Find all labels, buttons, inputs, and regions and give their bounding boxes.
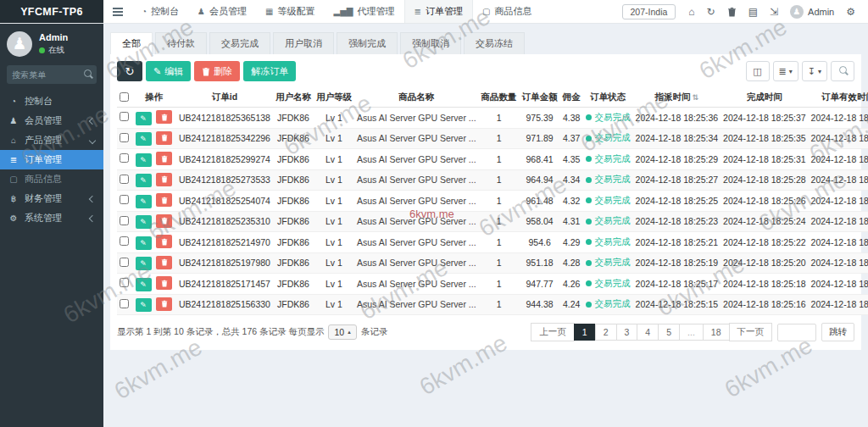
row-edit-button[interactable]: ✎: [136, 112, 152, 125]
gear-icon[interactable]: ⚙: [840, 0, 861, 24]
row-edit-button[interactable]: ✎: [136, 153, 152, 167]
column-header[interactable]: 订单id: [176, 88, 273, 108]
prev-page-button[interactable]: 上一页: [531, 323, 575, 341]
column-header[interactable]: 操作: [131, 88, 176, 108]
column-header[interactable]: 佣金: [560, 88, 583, 108]
order-status: 交易完成: [583, 108, 633, 129]
row-delete-button[interactable]: [156, 297, 172, 311]
status-tab[interactable]: 强制完成: [337, 32, 398, 54]
row-delete-button[interactable]: [156, 235, 172, 248]
row-edit-button[interactable]: ✎: [136, 298, 152, 312]
row-checkbox[interactable]: [120, 112, 129, 121]
nav-item[interactable]: ♟ 会员管理: [188, 0, 256, 23]
row-checkbox[interactable]: [120, 236, 129, 246]
refresh-icon[interactable]: ↻: [701, 0, 721, 24]
columns-button[interactable]: ≣▾: [773, 61, 798, 81]
column-header[interactable]: 完成时间: [721, 88, 809, 108]
row-delete-button[interactable]: [156, 173, 172, 186]
status-tab[interactable]: 用户取消: [273, 32, 334, 54]
row-edit-button[interactable]: ✎: [136, 195, 152, 208]
column-header[interactable]: 商品名称: [354, 88, 479, 108]
page-number-button[interactable]: 18: [703, 324, 730, 341]
assign-time: 2024-12-18 18:25:15: [633, 294, 721, 315]
status-tab[interactable]: 全部: [110, 32, 153, 54]
page-size-select[interactable]: 10 ▴: [328, 324, 356, 340]
jump-button[interactable]: 跳转: [821, 323, 854, 341]
commission: 4.34: [560, 169, 583, 191]
row-checkbox[interactable]: [120, 175, 129, 184]
export-button[interactable]: ↧▾: [802, 61, 827, 81]
row-checkbox[interactable]: [120, 299, 129, 308]
row-delete-button[interactable]: [156, 152, 172, 165]
row-checkbox[interactable]: [120, 216, 129, 225]
row-delete-button[interactable]: [156, 193, 172, 207]
sidebar-item[interactable]: ▢ 商品信息: [0, 169, 103, 189]
clipboard-icon[interactable]: ▤: [743, 0, 764, 24]
row-checkbox[interactable]: [120, 153, 129, 163]
home-icon[interactable]: ⌂: [682, 0, 700, 24]
row-edit-button[interactable]: ✎: [136, 174, 152, 187]
sidebar-toggle-button[interactable]: [103, 0, 132, 23]
row-checkbox[interactable]: [120, 195, 129, 204]
page-number-button[interactable]: 1: [574, 324, 596, 341]
column-header[interactable]: 用户等级: [314, 88, 354, 108]
edit-button[interactable]: ✎ 编辑: [146, 61, 191, 81]
row-delete-button[interactable]: [156, 214, 172, 228]
row-delete-button[interactable]: [156, 110, 172, 124]
row-edit-button[interactable]: ✎: [136, 215, 152, 229]
page-number-button[interactable]: ...: [679, 324, 704, 341]
chevron-down-icon: ▾: [818, 68, 821, 75]
row-edit-button[interactable]: ✎: [136, 132, 152, 146]
row-delete-button[interactable]: [156, 276, 172, 290]
column-header[interactable]: 订单有效时间⇅: [809, 88, 868, 108]
status-tab[interactable]: 交易完成: [209, 32, 270, 54]
refresh-button[interactable]: ↻: [117, 61, 142, 81]
delete-button[interactable]: 删除: [194, 61, 240, 81]
sidebar-item[interactable]: ♟ 会员管理: [0, 111, 103, 130]
nav-item[interactable]: ▂▅▇ 代理管理: [324, 0, 403, 23]
sidebar-item[interactable]: ⌂ 产品管理: [0, 130, 103, 150]
search-input[interactable]: [7, 70, 81, 80]
search-icon[interactable]: [81, 69, 97, 80]
status-tab[interactable]: 待付款: [155, 32, 207, 54]
row-delete-button[interactable]: [156, 256, 172, 269]
fullscreen-icon[interactable]: ⇲: [764, 0, 784, 24]
page-number-button[interactable]: 3: [616, 324, 638, 341]
toggle-view-button[interactable]: ◫: [746, 61, 770, 81]
valid-time: 2024-12-18 18:25:24: [809, 211, 868, 232]
jump-page-input[interactable]: [777, 324, 816, 341]
sidebar-item[interactable]: ⚙ 系统管理: [0, 208, 103, 228]
row-edit-button[interactable]: ✎: [136, 257, 152, 270]
status-tab[interactable]: 强制取消: [400, 32, 461, 54]
row-delete-button[interactable]: [156, 131, 172, 145]
region-selector-button[interactable]: 207-India: [622, 4, 676, 19]
column-header[interactable]: 指派时间⇅: [633, 88, 721, 108]
row-checkbox[interactable]: [120, 258, 129, 267]
column-header[interactable]: 订单状态: [583, 88, 633, 108]
row-edit-button[interactable]: ✎: [136, 236, 152, 250]
nav-item[interactable]: ◔ 控制台: [132, 0, 188, 23]
status-tab[interactable]: 交易冻结: [464, 32, 525, 54]
sidebar-item[interactable]: ◔ 控制台: [0, 92, 103, 111]
row-edit-button[interactable]: ✎: [136, 278, 152, 291]
next-page-button[interactable]: 下一页: [729, 323, 773, 341]
nav-item[interactable]: ▦ 等级配置: [256, 0, 324, 23]
page-number-button[interactable]: 5: [658, 324, 680, 341]
row-checkbox[interactable]: [120, 278, 129, 287]
sidebar-item[interactable]: ฿ 财务管理: [0, 189, 103, 208]
sort-icon[interactable]: ⇅: [693, 93, 699, 102]
sidebar-item[interactable]: ≣ 订单管理: [0, 150, 103, 169]
column-header[interactable]: 用户名称: [273, 88, 314, 108]
nav-item[interactable]: ≣ 订单管理: [404, 0, 473, 23]
nav-item[interactable]: ▢ 商品信息: [473, 0, 541, 23]
column-header[interactable]: 订单金额: [520, 88, 560, 108]
row-checkbox[interactable]: [120, 133, 129, 142]
trash-icon[interactable]: [721, 0, 743, 24]
search-toggle-button[interactable]: [831, 61, 854, 81]
column-header[interactable]: 商品数量: [479, 88, 520, 108]
user-menu[interactable]: ♟ Admin: [784, 5, 840, 19]
page-number-button[interactable]: 4: [637, 324, 659, 341]
page-number-button[interactable]: 2: [595, 324, 617, 341]
select-all-checkbox[interactable]: [120, 92, 129, 102]
unfreeze-order-button[interactable]: 解冻订单: [243, 61, 296, 81]
